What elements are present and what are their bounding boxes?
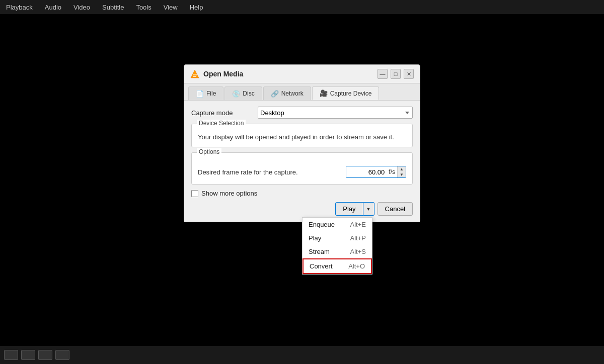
window-controls: — □ ✕: [378, 69, 414, 79]
dropdown-play[interactable]: Play Alt+P: [303, 231, 372, 245]
minimize-button[interactable]: —: [378, 69, 388, 79]
dropdown-convert-shortcut: Alt+O: [348, 262, 365, 270]
disc-icon: 💿: [232, 90, 240, 98]
play-dropdown-arrow[interactable]: ▼: [363, 202, 374, 216]
capture-mode-select[interactable]: Desktop DirectShow TV - Digital TV - Ana…: [258, 107, 413, 119]
play-button-wrap: Play ▼: [335, 202, 374, 216]
dropdown-enqueue-label: Enqueue: [309, 221, 335, 228]
framerate-input[interactable]: [346, 166, 387, 177]
device-selection-title: Device Selection: [197, 120, 246, 127]
bottom-button-3[interactable]: [38, 350, 52, 360]
svg-rect-2: [193, 76, 196, 77]
dropdown-enqueue[interactable]: Enqueue Alt+E: [303, 218, 372, 231]
play-dropdown-menu: Enqueue Alt+E Play Alt+P Stream Alt+S Co…: [302, 217, 372, 275]
framerate-row: Desired frame rate for the capture. f/s …: [198, 166, 406, 178]
open-media-dialog: Open Media — □ ✕ 📄 File 💿 Disc 🔗 Network: [184, 64, 420, 222]
dropdown-enqueue-shortcut: Alt+E: [350, 221, 366, 228]
cancel-button[interactable]: Cancel: [378, 202, 413, 216]
maximize-button[interactable]: □: [391, 69, 401, 79]
framerate-unit: f/s: [387, 168, 397, 175]
action-row: Play ▼ Cancel Enqueue Alt+E Play Alt+P: [191, 202, 413, 216]
dialog-body: Capture mode Desktop DirectShow TV - Dig…: [184, 101, 420, 222]
dropdown-stream[interactable]: Stream Alt+S: [303, 245, 372, 258]
file-icon: 📄: [196, 90, 204, 98]
menu-audio[interactable]: Audio: [43, 3, 63, 12]
capture-mode-label: Capture mode: [191, 109, 252, 117]
framerate-up-button[interactable]: ▲: [398, 166, 406, 172]
tab-bar: 📄 File 💿 Disc 🔗 Network 🎥 Capture Device: [184, 83, 420, 101]
tab-capture-device[interactable]: 🎥 Capture Device: [312, 86, 380, 100]
play-button[interactable]: Play: [335, 202, 363, 216]
menu-playback[interactable]: Playback: [4, 3, 35, 12]
dropdown-play-label: Play: [309, 234, 321, 242]
svg-rect-1: [193, 74, 197, 75]
menu-tools[interactable]: Tools: [134, 3, 153, 12]
dropdown-play-shortcut: Alt+P: [350, 234, 366, 242]
show-more-label[interactable]: Show more options: [201, 190, 257, 197]
show-more-row: Show more options: [191, 190, 413, 197]
dropdown-stream-label: Stream: [309, 248, 330, 255]
network-icon: 🔗: [271, 90, 279, 98]
bottombar: [0, 346, 604, 364]
capture-mode-row: Capture mode Desktop DirectShow TV - Dig…: [191, 107, 413, 119]
bottom-button-4[interactable]: [55, 350, 69, 360]
vlc-logo-icon: [190, 69, 199, 78]
show-more-checkbox[interactable]: [191, 190, 198, 197]
menu-video[interactable]: Video: [71, 3, 92, 12]
menu-view[interactable]: View: [162, 3, 180, 12]
bottom-button-2[interactable]: [21, 350, 35, 360]
options-title: Options: [197, 148, 221, 155]
framerate-input-wrap: f/s ▲ ▼: [346, 166, 406, 178]
dropdown-convert[interactable]: Convert Alt+O: [303, 258, 372, 274]
main-area: Open Media — □ ✕ 📄 File 💿 Disc 🔗 Network: [0, 14, 604, 346]
tab-network[interactable]: 🔗 Network: [263, 86, 311, 100]
menubar: Playback Audio Video Subtitle Tools View…: [0, 0, 604, 14]
menu-subtitle[interactable]: Subtitle: [100, 3, 126, 12]
device-selection-group: Device Selection Your display will be op…: [191, 124, 413, 147]
tab-disc[interactable]: 💿 Disc: [224, 86, 262, 100]
dropdown-stream-shortcut: Alt+S: [350, 248, 366, 255]
bottom-button-1[interactable]: [4, 350, 18, 360]
menu-help[interactable]: Help: [188, 3, 205, 12]
capture-icon: 🎥: [320, 89, 328, 97]
tab-file[interactable]: 📄 File: [188, 86, 223, 100]
options-group: Options Desired frame rate for the captu…: [191, 152, 413, 185]
framerate-label: Desired frame rate for the capture.: [198, 168, 342, 176]
dialog-title: Open Media: [203, 70, 243, 78]
dialog-titlebar: Open Media — □ ✕: [184, 65, 420, 83]
framerate-spinners: ▲ ▼: [397, 166, 406, 177]
device-selection-text: Your display will be opened and played i…: [198, 133, 406, 141]
dropdown-convert-label: Convert: [310, 262, 333, 270]
close-button[interactable]: ✕: [404, 69, 414, 79]
framerate-down-button[interactable]: ▼: [398, 172, 406, 177]
